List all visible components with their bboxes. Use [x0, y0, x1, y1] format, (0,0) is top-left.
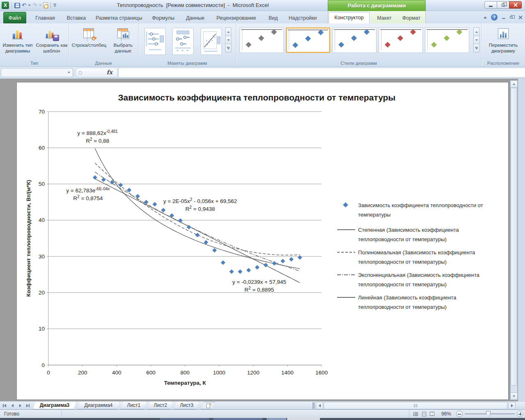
insert-worksheet-tab[interactable] [201, 402, 215, 409]
tab-file[interactable]: Файл [3, 12, 26, 23]
tab-format[interactable]: Формат [399, 13, 424, 23]
chart-style-option[interactable] [379, 27, 423, 53]
first-sheet-icon[interactable] [1, 402, 8, 409]
move-chart-icon [496, 27, 510, 41]
vertical-scroll-thumb[interactable] [511, 88, 517, 386]
styles-scroll-up-icon[interactable] [473, 27, 479, 36]
layouts-more-icon[interactable] [225, 44, 231, 52]
tab-review[interactable]: Рецензирование [212, 13, 261, 23]
chart-style-option[interactable] [240, 27, 284, 53]
scroll-up-icon[interactable] [511, 81, 517, 88]
sheet-tab-list1[interactable]: Лист1 [121, 402, 147, 409]
sheet-tab-list3[interactable]: Лист3 [174, 402, 199, 409]
workbook-restore-icon[interactable] [510, 15, 514, 19]
close-button[interactable] [509, 1, 522, 9]
name-box-dropdown-icon[interactable] [66, 69, 72, 76]
page-layout-view-icon[interactable] [420, 411, 428, 417]
collapse-ribbon-icon[interactable] [484, 16, 487, 18]
trendline-equation[interactable]: R2 = 0,88 [86, 137, 109, 144]
hscroll-right-icon[interactable] [508, 402, 516, 409]
restore-button[interactable] [497, 1, 509, 9]
workbook-close-icon[interactable] [518, 15, 523, 19]
legend-entry[interactable]: Линейная (Зависимость коэффициента тепло… [337, 293, 501, 312]
x-axis-title[interactable]: Температура, К [164, 380, 206, 386]
axes[interactable]: 0102030405060700200400600800100012001400… [39, 109, 328, 376]
excel-logo-icon[interactable]: X [2, 2, 9, 9]
style-diamond-icon [271, 29, 277, 35]
group-label-chart-layouts: Макеты диаграмм [139, 61, 236, 66]
chart-title[interactable]: Зависимость коэффициента теплопроводност… [118, 93, 396, 102]
legend-line-solid-icon [337, 293, 358, 301]
trendline-equation[interactable]: y = 2E-05x2 - 0,056x + 69,562 [163, 197, 237, 204]
legend-entry[interactable]: Экспоненциальная (Зависимость коэффициен… [337, 270, 501, 289]
data-point [289, 257, 294, 262]
styles-scroll-down-icon[interactable] [473, 36, 479, 44]
minimize-button[interactable] [484, 1, 497, 9]
y-axis-title[interactable]: Коэффициент теплопроводности, Вт/(м*К) [25, 180, 32, 297]
chart-style-option[interactable] [332, 27, 377, 53]
data-point [229, 269, 234, 274]
normal-view-icon[interactable] [412, 411, 420, 417]
trendline-equation[interactable]: R2 = 0,9438 [185, 205, 215, 212]
tab-scrollbar-splitter[interactable] [313, 402, 315, 409]
tab-addins[interactable]: Надстройки [285, 13, 321, 23]
chart-layout-option[interactable] [172, 28, 194, 55]
scroll-down-icon[interactable] [511, 393, 517, 399]
chart-style-option[interactable] [425, 27, 469, 53]
previous-sheet-icon[interactable] [9, 402, 16, 409]
last-sheet-icon[interactable] [24, 402, 32, 409]
trendline-equation[interactable]: R2 = 0,8754 [73, 194, 103, 201]
next-sheet-icon[interactable] [16, 402, 24, 409]
sheet-tab-diagramma3[interactable]: Диаграмма3 [33, 402, 76, 409]
tab-design[interactable]: Конструктор [329, 12, 370, 24]
horizontal-scroll-thumb[interactable] [324, 402, 507, 409]
layouts-scroll-up-icon[interactable] [225, 27, 231, 36]
zoom-out-icon[interactable] [456, 411, 463, 417]
tab-layout[interactable]: Макет [372, 13, 396, 23]
svg-text:0: 0 [41, 362, 45, 368]
tab-home[interactable]: Главная [30, 13, 60, 23]
chart-style-option[interactable] [286, 27, 330, 53]
undo-icon[interactable]: ↶ [22, 2, 26, 9]
styles-more-icon[interactable] [473, 44, 479, 52]
help-icon[interactable]: ? [491, 14, 498, 21]
zoom-in-icon[interactable] [517, 411, 523, 417]
chart-legend[interactable]: Зависимость коэффициента теплопроводност… [337, 201, 501, 315]
chart-sheet[interactable]: 0102030405060700200400600800100012001400… [16, 82, 509, 400]
zoom-level[interactable]: 96% [441, 411, 451, 417]
tab-formulas[interactable]: Формулы [148, 13, 178, 23]
svg-text:40: 40 [39, 217, 45, 223]
data-series-points[interactable] [93, 175, 302, 274]
tab-view[interactable]: Вид [264, 13, 282, 23]
trendline-equation[interactable]: R2 = 0,8895 [244, 286, 274, 293]
chart-layout-option[interactable] [144, 28, 166, 55]
sheet-tab-list2[interactable]: Лист2 [148, 402, 173, 409]
change-chart-type-button[interactable]: Изменить тип диаграммы [1, 25, 34, 58]
sheet-tab-diagramma4[interactable]: Диаграмма4 [77, 402, 120, 409]
workbook-minimize-icon[interactable] [502, 15, 506, 19]
save-icon[interactable] [14, 3, 20, 8]
trendline-equation[interactable]: y = 888,62x-0,481 [78, 129, 118, 136]
legend-entry[interactable]: Полиномиальная (Зависимость коэффициента… [337, 248, 501, 267]
tab-data[interactable]: Данные [181, 13, 209, 23]
switch-row-column-button[interactable]: ⟳ Строка/столбец [70, 25, 108, 58]
formula-input[interactable] [118, 68, 525, 78]
legend-entry[interactable]: Зависимость коэффициента теплопроводност… [337, 201, 501, 219]
save-as-template-button[interactable]: Сохранить как шаблон [35, 25, 68, 58]
layouts-scroll-down-icon[interactable] [225, 36, 231, 44]
tab-page-layout[interactable]: Разметка страницы [93, 13, 145, 23]
legend-entry[interactable]: Степенная (Зависимость коэффициента тепл… [337, 225, 501, 244]
move-chart-button[interactable]: Переместить диаграмму [484, 25, 522, 58]
trendline-equation[interactable]: y = 62,783e-6E-04x [66, 187, 110, 194]
trendline-linear[interactable] [95, 179, 300, 283]
name-box[interactable] [1, 68, 73, 77]
page-break-view-icon[interactable] [428, 411, 436, 417]
vertical-scrollbar[interactable] [510, 80, 518, 400]
trendline-equation[interactable]: y = -0,0239x + 57,945 [232, 279, 286, 285]
hscroll-left-icon[interactable] [316, 402, 323, 409]
insert-function-button[interactable]: fx [75, 68, 118, 78]
data-point [195, 233, 200, 237]
chart-layout-option[interactable] [201, 28, 222, 55]
tab-insert[interactable]: Вставка [62, 13, 90, 23]
select-data-button[interactable]: Выбрать данные [109, 25, 137, 58]
